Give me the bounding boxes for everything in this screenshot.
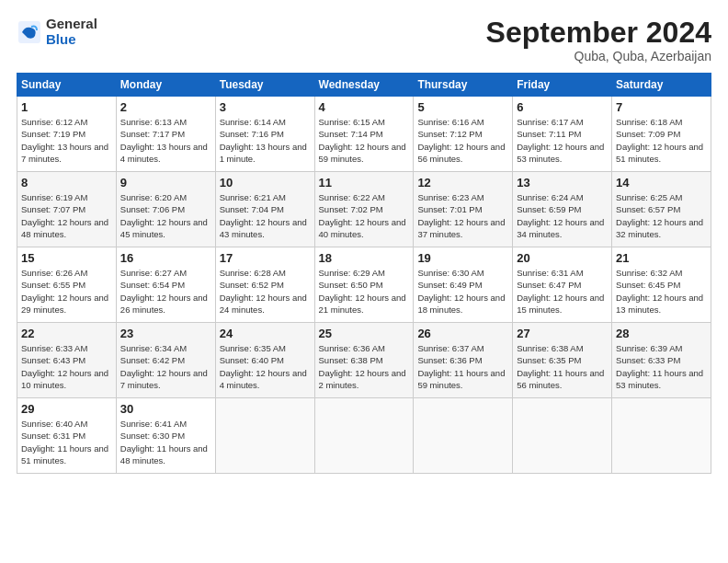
calendar-row-2: 8 Sunrise: 6:19 AMSunset: 7:07 PMDayligh… <box>17 172 711 247</box>
calendar-cell: 15 Sunrise: 6:26 AMSunset: 6:55 PMDaylig… <box>17 247 117 323</box>
calendar-cell: 13 Sunrise: 6:24 AMSunset: 6:59 PMDaylig… <box>513 172 612 247</box>
day-info: Sunrise: 6:41 AMSunset: 6:30 PMDaylight:… <box>120 419 208 465</box>
day-info: Sunrise: 6:15 AMSunset: 7:14 PMDaylight:… <box>319 117 406 164</box>
calendar-cell: 29 Sunrise: 6:40 AMSunset: 6:31 PMDaylig… <box>17 398 117 474</box>
day-info: Sunrise: 6:38 AMSunset: 6:35 PMDaylight:… <box>517 343 604 390</box>
calendar-cell: 4 Sunrise: 6:15 AMSunset: 7:14 PMDayligh… <box>314 97 414 172</box>
calendar-cell: 7 Sunrise: 6:18 AMSunset: 7:09 PMDayligh… <box>612 97 711 172</box>
day-info: Sunrise: 6:20 AMSunset: 7:06 PMDaylight:… <box>120 192 208 239</box>
day-info: Sunrise: 6:26 AMSunset: 6:55 PMDaylight:… <box>21 268 108 315</box>
calendar-cell: 25 Sunrise: 6:36 AMSunset: 6:38 PMDaylig… <box>314 323 414 398</box>
day-number: 6 <box>517 100 608 114</box>
calendar-cell: 17 Sunrise: 6:28 AMSunset: 6:52 PMDaylig… <box>215 247 314 323</box>
calendar-cell: 19 Sunrise: 6:30 AMSunset: 6:49 PMDaylig… <box>414 247 513 323</box>
location-subtitle: Quba, Quba, Azerbaijan <box>486 49 711 63</box>
calendar-cell: 27 Sunrise: 6:38 AMSunset: 6:35 PMDaylig… <box>513 323 612 398</box>
logo-text: General Blue <box>46 17 97 47</box>
day-number: 9 <box>120 176 211 190</box>
calendar-cell: 20 Sunrise: 6:31 AMSunset: 6:47 PMDaylig… <box>513 247 612 323</box>
header-row: Sunday Monday Tuesday Wednesday Thursday… <box>17 74 711 97</box>
calendar-cell: 28 Sunrise: 6:39 AMSunset: 6:33 PMDaylig… <box>612 323 711 398</box>
calendar-row-4: 22 Sunrise: 6:33 AMSunset: 6:43 PMDaylig… <box>17 323 711 398</box>
day-info: Sunrise: 6:17 AMSunset: 7:11 PMDaylight:… <box>517 117 604 164</box>
day-info: Sunrise: 6:35 AMSunset: 6:40 PMDaylight:… <box>220 343 307 390</box>
day-info: Sunrise: 6:40 AMSunset: 6:31 PMDaylight:… <box>21 419 108 465</box>
day-number: 18 <box>319 251 410 265</box>
day-number: 19 <box>417 251 508 265</box>
calendar-cell: 11 Sunrise: 6:22 AMSunset: 7:02 PMDaylig… <box>314 172 414 247</box>
col-wednesday: Wednesday <box>314 74 414 97</box>
day-info: Sunrise: 6:33 AMSunset: 6:43 PMDaylight:… <box>21 343 108 390</box>
day-info: Sunrise: 6:27 AMSunset: 6:54 PMDaylight:… <box>120 268 208 315</box>
day-number: 7 <box>616 100 707 114</box>
day-info: Sunrise: 6:25 AMSunset: 6:57 PMDaylight:… <box>616 192 703 239</box>
day-number: 13 <box>517 176 608 190</box>
calendar-cell: 10 Sunrise: 6:21 AMSunset: 7:04 PMDaylig… <box>215 172 314 247</box>
day-info: Sunrise: 6:31 AMSunset: 6:47 PMDaylight:… <box>517 268 604 315</box>
logo-icon <box>17 19 42 45</box>
calendar-cell: 2 Sunrise: 6:13 AMSunset: 7:17 PMDayligh… <box>116 97 215 172</box>
col-tuesday: Tuesday <box>215 74 314 97</box>
calendar-cell: 18 Sunrise: 6:29 AMSunset: 6:50 PMDaylig… <box>314 247 414 323</box>
day-info: Sunrise: 6:22 AMSunset: 7:02 PMDaylight:… <box>319 192 406 239</box>
day-number: 1 <box>21 100 112 114</box>
day-number: 22 <box>21 327 112 340</box>
day-info: Sunrise: 6:21 AMSunset: 7:04 PMDaylight:… <box>220 192 307 239</box>
day-info: Sunrise: 6:19 AMSunset: 7:07 PMDaylight:… <box>21 192 108 239</box>
day-number: 30 <box>120 402 211 416</box>
calendar-cell: 1 Sunrise: 6:12 AMSunset: 7:19 PMDayligh… <box>17 97 117 172</box>
day-number: 17 <box>220 251 311 265</box>
day-info: Sunrise: 6:39 AMSunset: 6:33 PMDaylight:… <box>616 343 703 390</box>
day-number: 14 <box>616 176 707 190</box>
calendar-cell: 9 Sunrise: 6:20 AMSunset: 7:06 PMDayligh… <box>116 172 215 247</box>
day-info: Sunrise: 6:13 AMSunset: 7:17 PMDaylight:… <box>120 117 208 164</box>
col-sunday: Sunday <box>17 74 117 97</box>
logo: General Blue <box>17 17 97 47</box>
header: General Blue September 2024 Quba, Quba, … <box>17 17 711 63</box>
calendar-cell: 22 Sunrise: 6:33 AMSunset: 6:43 PMDaylig… <box>17 323 117 398</box>
day-info: Sunrise: 6:28 AMSunset: 6:52 PMDaylight:… <box>220 268 307 315</box>
day-number: 5 <box>417 100 508 114</box>
calendar-row-3: 15 Sunrise: 6:26 AMSunset: 6:55 PMDaylig… <box>17 247 711 323</box>
calendar-cell <box>612 398 711 474</box>
calendar-row-1: 1 Sunrise: 6:12 AMSunset: 7:19 PMDayligh… <box>17 97 711 172</box>
day-info: Sunrise: 6:29 AMSunset: 6:50 PMDaylight:… <box>319 268 406 315</box>
col-friday: Friday <box>513 74 612 97</box>
calendar-cell <box>513 398 612 474</box>
calendar-cell: 5 Sunrise: 6:16 AMSunset: 7:12 PMDayligh… <box>414 97 513 172</box>
day-number: 2 <box>120 100 211 114</box>
day-number: 28 <box>616 327 707 340</box>
day-info: Sunrise: 6:16 AMSunset: 7:12 PMDaylight:… <box>417 117 505 164</box>
calendar-cell: 12 Sunrise: 6:23 AMSunset: 7:01 PMDaylig… <box>414 172 513 247</box>
day-number: 26 <box>417 327 508 340</box>
calendar-cell: 23 Sunrise: 6:34 AMSunset: 6:42 PMDaylig… <box>116 323 215 398</box>
col-monday: Monday <box>116 74 215 97</box>
calendar-cell: 14 Sunrise: 6:25 AMSunset: 6:57 PMDaylig… <box>612 172 711 247</box>
calendar-cell: 21 Sunrise: 6:32 AMSunset: 6:45 PMDaylig… <box>612 247 711 323</box>
day-info: Sunrise: 6:18 AMSunset: 7:09 PMDaylight:… <box>616 117 703 164</box>
page: General Blue September 2024 Quba, Quba, … <box>0 0 728 563</box>
day-number: 25 <box>319 327 410 340</box>
day-number: 11 <box>319 176 410 190</box>
day-info: Sunrise: 6:32 AMSunset: 6:45 PMDaylight:… <box>616 268 703 315</box>
calendar-cell <box>414 398 513 474</box>
calendar-row-5: 29 Sunrise: 6:40 AMSunset: 6:31 PMDaylig… <box>17 398 711 474</box>
calendar-cell: 26 Sunrise: 6:37 AMSunset: 6:36 PMDaylig… <box>414 323 513 398</box>
day-info: Sunrise: 6:30 AMSunset: 6:49 PMDaylight:… <box>417 268 505 315</box>
day-info: Sunrise: 6:34 AMSunset: 6:42 PMDaylight:… <box>120 343 208 390</box>
day-number: 23 <box>120 327 211 340</box>
day-number: 21 <box>616 251 707 265</box>
calendar-cell <box>215 398 314 474</box>
day-number: 24 <box>220 327 311 340</box>
day-number: 4 <box>319 100 410 114</box>
day-number: 3 <box>220 100 311 114</box>
calendar-cell: 6 Sunrise: 6:17 AMSunset: 7:11 PMDayligh… <box>513 97 612 172</box>
day-info: Sunrise: 6:12 AMSunset: 7:19 PMDaylight:… <box>21 117 108 164</box>
day-number: 16 <box>120 251 211 265</box>
day-info: Sunrise: 6:36 AMSunset: 6:38 PMDaylight:… <box>319 343 406 390</box>
col-thursday: Thursday <box>414 74 513 97</box>
day-number: 27 <box>517 327 608 340</box>
col-saturday: Saturday <box>612 74 711 97</box>
calendar-table: Sunday Monday Tuesday Wednesday Thursday… <box>17 73 711 474</box>
calendar-cell <box>314 398 414 474</box>
